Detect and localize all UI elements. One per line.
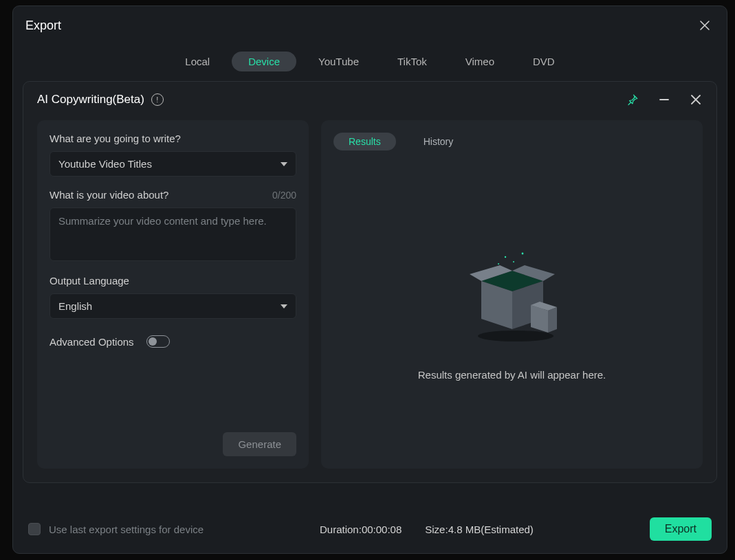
use-last-settings-checkbox[interactable] — [28, 523, 41, 535]
ai-panel-title: AI Copywriting(Beta) — [37, 93, 144, 107]
export-title: Export — [25, 19, 61, 33]
tab-results[interactable]: Results — [333, 133, 396, 150]
write-type-select[interactable]: Youtube Video Titles — [50, 151, 296, 177]
chevron-down-icon — [281, 304, 287, 309]
output-language-select[interactable]: English — [50, 293, 296, 319]
ai-panel-body: What are you going to write? Youtube Vid… — [23, 115, 716, 482]
empty-state-text: Results generated by AI will appear here… — [418, 369, 606, 381]
minimize-icon — [659, 94, 670, 105]
close-icon — [699, 20, 710, 31]
open-box-icon — [457, 240, 567, 350]
close-ai-panel-button[interactable] — [686, 90, 705, 109]
svg-marker-10 — [548, 307, 557, 333]
advanced-options-toggle[interactable] — [146, 335, 170, 348]
size-info: Size:4.8 MB(Estimated) — [425, 524, 534, 535]
generate-button[interactable]: Generate — [223, 432, 296, 456]
close-icon — [690, 94, 701, 105]
svg-point-1 — [521, 253, 523, 255]
video-about-input[interactable] — [50, 208, 296, 261]
tab-dvd[interactable]: DVD — [516, 52, 571, 71]
export-dialog: Export Local Device YouTube TikTok Vimeo… — [12, 5, 727, 554]
svg-point-12 — [478, 331, 553, 341]
ai-panel-header: AI Copywriting(Beta) ! — [23, 82, 716, 115]
tab-tiktok[interactable]: TikTok — [381, 52, 443, 71]
export-button[interactable]: Export — [650, 517, 712, 541]
output-language-label: Output Language — [50, 275, 296, 287]
results-panel: Results History — [321, 120, 703, 469]
tab-history[interactable]: History — [408, 133, 469, 150]
video-about-label: What is your video about? — [50, 189, 168, 201]
write-type-value: Youtube Video Titles — [58, 158, 152, 170]
results-tabs: Results History — [333, 133, 690, 150]
svg-point-2 — [513, 261, 514, 262]
empty-state: Results generated by AI will appear here… — [333, 164, 690, 456]
advanced-options-label: Advanced Options — [50, 336, 134, 348]
duration-info: Duration:00:00:08 — [320, 524, 402, 535]
input-panel: What are you going to write? Youtube Vid… — [37, 120, 309, 469]
tab-youtube[interactable]: YouTube — [302, 52, 375, 71]
pin-button[interactable] — [623, 90, 642, 109]
export-header: Export — [13, 6, 727, 39]
export-footer: Use last export settings for device Dura… — [13, 506, 727, 553]
svg-point-3 — [498, 263, 499, 265]
output-language-value: English — [58, 300, 92, 312]
char-counter: 0/200 — [272, 190, 296, 201]
tab-local[interactable]: Local — [168, 52, 226, 71]
export-target-tabs: Local Device YouTube TikTok Vimeo DVD — [13, 52, 727, 71]
svg-point-0 — [504, 256, 505, 258]
use-last-settings-label: Use last export settings for device — [49, 524, 204, 535]
ai-copywriting-panel: AI Copywriting(Beta) ! What are you goin… — [23, 81, 717, 483]
close-export-button[interactable] — [695, 16, 714, 35]
info-icon[interactable]: ! — [151, 93, 164, 106]
write-type-label: What are you going to write? — [50, 133, 296, 144]
tab-vimeo[interactable]: Vimeo — [449, 52, 511, 71]
pin-icon — [626, 93, 639, 106]
chevron-down-icon — [281, 162, 287, 166]
tab-device[interactable]: Device — [232, 52, 296, 71]
minimize-button[interactable] — [655, 90, 674, 109]
